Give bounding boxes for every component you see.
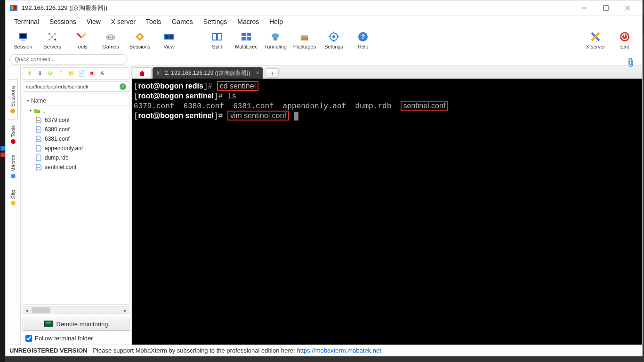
svg-point-22 [112,37,113,38]
svg-rect-29 [242,33,246,36]
tree-item[interactable]: dump.rdb [23,153,129,162]
menu-terminal[interactable]: Terminal [9,16,44,27]
tb-help[interactable]: ?Help [348,28,378,53]
status-link[interactable]: https://mobaxterm.mobatek.net [297,347,381,354]
tree-item[interactable]: 6379.conf [23,115,129,125]
tree-item[interactable]: sentinel.conf [23,162,129,172]
tb-xserver-right[interactable]: X server [581,28,610,53]
svg-line-16 [49,34,52,37]
left-rail: Sessions Tools Macros Sftp [6,65,21,345]
window-title: 192.168.126.129 ([京淘服务器]) [22,4,573,12]
xserver-icon [590,31,601,42]
svg-point-33 [272,33,279,38]
tree-item[interactable]: appendonly.aof [23,144,129,153]
menu-games[interactable]: Games [167,16,198,27]
sftp-download-icon[interactable]: ⬇ [36,70,44,77]
terminal[interactable]: [root@bogon redis]# cd sentinel [root@bo… [132,79,642,345]
sftp-upload-icon[interactable]: ⬆ [26,70,33,77]
rail-tab-sessions[interactable]: Sessions [8,80,18,120]
terminal-tab-label: 2. 192.168.126.129 ([京淘服务器]) [165,69,250,77]
tree-header-name[interactable]: Name [23,96,129,106]
svg-rect-26 [169,35,173,39]
svg-point-21 [108,37,110,38]
sftp-delete-icon[interactable]: ✖ [88,70,96,77]
svg-rect-3 [14,6,16,9]
paperclip-icon[interactable] [624,58,637,67]
add-tab-button[interactable]: + [266,68,279,78]
sftp-newfolder-icon[interactable]: 📁 [67,70,75,77]
sftp-refresh-icon[interactable]: ⟳ [47,70,54,77]
status-unregistered: UNREGISTERED VERSION [9,347,87,354]
rail-tab-macros[interactable]: Macros [8,149,18,184]
svg-rect-5 [604,6,608,10]
tree-item[interactable]: 6380.conf [23,125,129,134]
tb-tunneling[interactable]: Tunneling [261,28,290,53]
quick-connect-input[interactable] [9,54,127,64]
svg-rect-52 [36,139,40,140]
tb-exit[interactable]: Exit [610,28,639,53]
minimize-button[interactable] [573,1,595,15]
sftp-path[interactable]: /usr/local/src/redis/sentinel/ ✓ [23,81,129,92]
maximize-button[interactable] [595,1,617,15]
scroll-left-icon[interactable]: ◄ [23,308,31,313]
tree-item-label: appendonly.aof [45,145,83,152]
rail-tab-sftp[interactable]: Sftp [8,184,18,211]
svg-rect-32 [247,37,251,40]
tb-servers[interactable]: Servers [38,28,67,53]
tb-session[interactable]: Session [8,28,38,53]
tb-multiexec[interactable]: MultiExec [232,28,261,53]
remote-monitoring-button[interactable]: Remote monitoring [23,317,129,331]
home-tab[interactable] [133,67,152,79]
tb-games[interactable]: Games [96,28,125,53]
tab-close-icon[interactable]: × [256,70,259,76]
svg-rect-25 [165,35,169,39]
terminal-tab-active[interactable]: 2. 192.168.126.129 ([京淘服务器]) × [153,67,263,79]
menu-macros[interactable]: Macros [233,16,264,27]
menu-sessions[interactable]: Sessions [45,16,81,27]
file-icon [35,145,42,152]
sftp-newfile-icon[interactable]: 📄 [78,70,85,77]
close-button[interactable] [617,1,638,15]
scroll-right-icon[interactable]: ► [121,308,129,313]
background-edge [0,0,5,362]
tb-sessions[interactable]: Sessions [125,28,154,53]
svg-rect-34 [274,38,277,40]
sftp-props-icon[interactable]: A [98,70,106,77]
rail-tab-tools[interactable]: Tools [8,120,18,150]
window-controls [573,1,638,15]
file-icon [35,154,42,161]
svg-rect-30 [247,33,251,36]
follow-terminal-label: Follow terminal folder [35,335,93,342]
exit-icon [619,31,630,42]
folder-up-icon [34,107,40,114]
main-area: 2. 192.168.126.129 ([京淘服务器]) × + [root@b… [132,65,642,345]
tree-item[interactable]: 6381.conf [23,134,129,144]
file-icon [35,126,42,133]
tree-item-label: 6381.conf [45,136,70,142]
tree-parent-dir[interactable]: .. [23,106,129,115]
sftp-parent-icon[interactable]: ⤴ [57,70,64,77]
tb-tools[interactable]: Tools [67,28,96,53]
scroll-thumb[interactable] [32,307,50,313]
menubar: Terminal Sessions View X server Tools Ga… [6,16,642,28]
svg-rect-53 [36,167,40,168]
tb-packages[interactable]: Packages [290,28,319,53]
games-icon [105,31,116,42]
home-icon [138,70,146,77]
tb-split[interactable]: Split [202,28,232,53]
tb-view[interactable]: View [154,28,184,53]
menu-settings[interactable]: Settings [199,16,232,27]
tree-item-label: 6379.conf [45,117,70,123]
tb-settings[interactable]: Settings [319,28,348,53]
menu-help[interactable]: Help [265,16,288,27]
menu-view[interactable]: View [82,16,105,27]
file-icon [35,136,42,142]
svg-rect-31 [242,37,246,40]
svg-rect-36 [301,35,308,37]
view-icon [163,31,175,42]
menu-tools[interactable]: Tools [141,16,166,27]
menu-xserver[interactable]: X server [106,16,140,27]
svg-point-23 [138,35,141,38]
sftp-hscroll[interactable]: ◄ ► [23,306,129,314]
follow-terminal-checkbox[interactable] [25,335,32,342]
